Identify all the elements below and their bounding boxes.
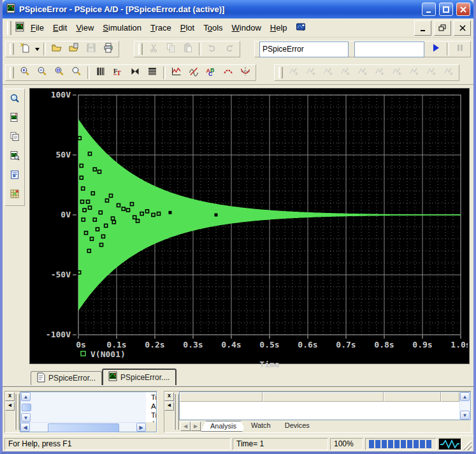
output-log-line[interactable]: Transient Analysis finished xyxy=(151,411,156,422)
waveform-status-icon xyxy=(438,438,461,450)
watch-collapse-button[interactable]: ◂ xyxy=(164,402,174,411)
simulation-results-doc-icon xyxy=(10,112,20,125)
output-report-icon xyxy=(10,170,20,182)
new-dropdown-button[interactable] xyxy=(34,42,41,56)
cut-button xyxy=(145,41,162,57)
status-zoom-level: 100% xyxy=(330,438,363,450)
watch-tab-watch[interactable]: Watch xyxy=(242,421,280,432)
simulation-profile-input[interactable] xyxy=(259,41,349,57)
main-toolbar xyxy=(3,38,473,61)
run-to-time-input[interactable] xyxy=(354,41,424,57)
toolbar-grabber[interactable] xyxy=(278,67,283,78)
zoom-out-button[interactable] xyxy=(34,65,50,80)
evaluate-measurement-button[interactable] xyxy=(185,65,202,80)
open-button[interactable] xyxy=(48,41,65,57)
output-report-button[interactable] xyxy=(6,168,23,184)
simulation-results-doc-button[interactable] xyxy=(6,111,23,126)
menu-view[interactable]: View xyxy=(71,21,98,34)
output-hscrollbar[interactable]: ◀▶ xyxy=(20,422,146,432)
simulation-queue-button[interactable] xyxy=(6,187,23,203)
cursor-ghost-icon xyxy=(340,66,350,79)
log-y-axis-button[interactable] xyxy=(144,65,161,80)
mark-label-button xyxy=(440,65,457,80)
tabs-scroll-right[interactable]: ▶ xyxy=(191,421,201,431)
cursor-previous-transition-button xyxy=(423,65,440,80)
probe-magnifier-button[interactable] xyxy=(6,92,23,107)
menu-simulation[interactable]: Simulation xyxy=(98,21,146,34)
output-vscrollbar[interactable]: ▲▼ xyxy=(20,392,146,422)
toggle-cursor-button[interactable] xyxy=(237,65,254,80)
menu-plot[interactable]: Plot xyxy=(176,21,199,34)
mdi-minimize-button[interactable] xyxy=(414,20,431,36)
fourier-button[interactable]: FT xyxy=(110,65,126,80)
watch-drag-grip[interactable] xyxy=(174,392,179,432)
new-button[interactable] xyxy=(17,41,33,57)
watch-table-rows xyxy=(180,402,459,420)
menu-help[interactable]: Help xyxy=(266,21,292,34)
performance-analysis-button[interactable] xyxy=(127,65,143,80)
document-tab-label: PSpiceError... xyxy=(48,374,96,383)
zoom-area-button[interactable] xyxy=(51,65,68,80)
undo-arrow-icon xyxy=(207,43,217,55)
maximize-button[interactable] xyxy=(439,3,453,16)
probe-magnifier-icon xyxy=(10,93,20,106)
cursor-peak-button xyxy=(285,65,302,80)
clipboard-paste-icon xyxy=(183,43,193,55)
workspace-sidebar xyxy=(3,85,27,367)
log-x-axis-button[interactable] xyxy=(92,65,109,80)
toolbar-grabber[interactable] xyxy=(10,43,14,55)
x-axis-title: Time xyxy=(259,360,279,369)
output-close-button[interactable]: x xyxy=(5,392,15,401)
document-icon[interactable] xyxy=(15,22,25,34)
menu-window[interactable]: Window xyxy=(227,21,266,34)
x-tick-label: 0.9s xyxy=(412,340,432,349)
menu-tools[interactable]: Tools xyxy=(199,21,227,34)
menu-trace[interactable]: Trace xyxy=(146,21,176,34)
close-button[interactable] xyxy=(456,3,470,16)
schematic-toggle-icon[interactable] xyxy=(296,22,306,34)
tabs-scroll-left[interactable]: ◀ xyxy=(180,421,191,431)
run-button[interactable] xyxy=(428,41,444,57)
append-file-button[interactable] xyxy=(66,41,82,57)
waveform-chart[interactable]: 100V50V0V-50V-100V0s0.1s0.2s0.3s0.4s0.5s… xyxy=(30,89,468,370)
resize-grip[interactable] xyxy=(463,438,472,450)
menubar-grabber[interactable] xyxy=(7,21,11,35)
netlist-documents-icon xyxy=(10,131,20,144)
legend-label[interactable]: V(N001) xyxy=(90,349,126,359)
x-tick-label: 0.5s xyxy=(259,340,279,349)
x-tick-label: 0.1s xyxy=(106,340,126,349)
text-doc-icon xyxy=(36,372,46,384)
y-tick-label: 0V xyxy=(61,210,71,219)
mdi-close-button[interactable] xyxy=(454,20,471,36)
toolbar-grabber[interactable] xyxy=(138,43,143,55)
output-drag-grip[interactable] xyxy=(15,392,20,432)
title-bar: PSpiceError - PSpice A/D - [PSpiceError.… xyxy=(3,0,473,18)
watch-tab-devices[interactable]: Devices xyxy=(276,421,319,432)
netlist-documents-button[interactable] xyxy=(6,130,23,145)
watch-close-button[interactable]: x xyxy=(164,392,174,401)
menu-file[interactable]: File xyxy=(26,21,48,34)
document-tab-1[interactable]: PSpiceError... xyxy=(31,371,102,385)
document-tab-2[interactable]: PSpiceError.... xyxy=(102,369,177,385)
minimize-button[interactable] xyxy=(422,3,436,16)
toolbar-separator xyxy=(43,43,46,55)
view-trace-doc-button[interactable] xyxy=(6,149,23,165)
output-log-line[interactable]: Transient Analysis xyxy=(151,393,156,411)
mdi-restore-button[interactable] xyxy=(434,20,451,36)
text-label-button[interactable]: ABC xyxy=(203,65,219,80)
add-trace-button[interactable] xyxy=(168,65,185,80)
watch-vscrollbar[interactable]: ▲▼ xyxy=(459,392,470,420)
toolbar-separator xyxy=(199,43,201,55)
menu-edit[interactable]: Edit xyxy=(48,21,71,34)
waveform-plot[interactable]: 100V50V0V-50V-100V0s0.1s0.2s0.3s0.4s0.5s… xyxy=(29,88,470,364)
mark-data-points-button[interactable] xyxy=(220,65,236,80)
print-button[interactable] xyxy=(100,41,117,57)
zoom-area-icon xyxy=(54,66,64,79)
pause-bars-icon xyxy=(455,43,465,55)
output-collapse-button[interactable]: ◂ xyxy=(5,402,15,411)
zoom-fit-button[interactable] xyxy=(68,65,85,80)
watch-tab-analysis[interactable]: Analysis xyxy=(201,421,246,432)
toolbar-grabber[interactable] xyxy=(10,67,14,78)
zoom-in-button[interactable] xyxy=(17,65,33,80)
cursor-point-button xyxy=(371,65,388,80)
